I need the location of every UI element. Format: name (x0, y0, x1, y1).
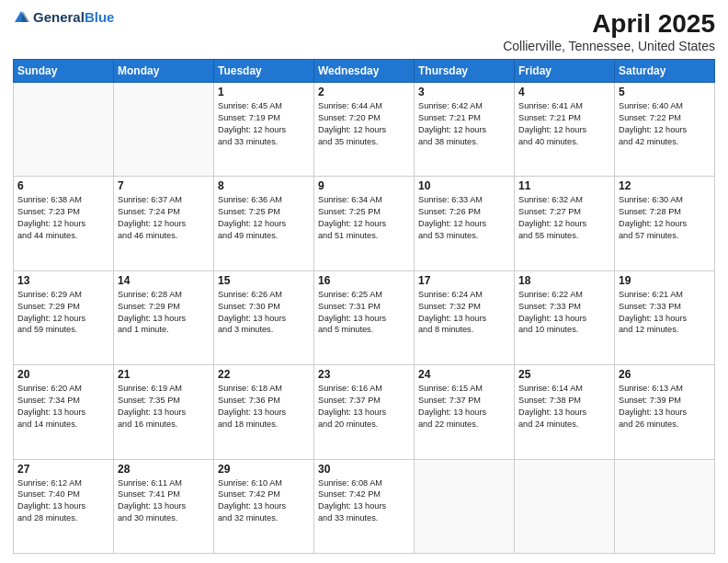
calendar-cell: 16Sunrise: 6:25 AM Sunset: 7:31 PM Dayli… (314, 270, 415, 364)
calendar-cell: 17Sunrise: 6:24 AM Sunset: 7:32 PM Dayli… (415, 270, 515, 364)
day-number: 11 (518, 179, 610, 192)
logo: GeneralBlue (13, 9, 114, 26)
calendar-week-2: 6Sunrise: 6:38 AM Sunset: 7:23 PM Daylig… (14, 177, 715, 270)
header: GeneralBlue April 2025 Collierville, Ten… (13, 9, 715, 53)
day-info: Sunrise: 6:14 AM Sunset: 7:38 PM Dayligh… (518, 383, 610, 431)
day-info: Sunrise: 6:10 AM Sunset: 7:42 PM Dayligh… (218, 477, 310, 525)
day-number: 7 (118, 179, 210, 192)
day-number: 28 (118, 463, 210, 476)
day-number: 25 (518, 368, 610, 381)
day-number: 14 (118, 274, 210, 287)
calendar-cell (615, 459, 715, 553)
day-info: Sunrise: 6:08 AM Sunset: 7:42 PM Dayligh… (318, 477, 410, 525)
calendar-cell: 15Sunrise: 6:26 AM Sunset: 7:30 PM Dayli… (214, 270, 314, 364)
day-info: Sunrise: 6:45 AM Sunset: 7:19 PM Dayligh… (218, 100, 310, 148)
calendar-cell: 29Sunrise: 6:10 AM Sunset: 7:42 PM Dayli… (214, 459, 314, 553)
day-info: Sunrise: 6:44 AM Sunset: 7:20 PM Dayligh… (318, 100, 410, 148)
day-number: 21 (118, 368, 210, 381)
calendar-cell: 13Sunrise: 6:29 AM Sunset: 7:29 PM Dayli… (14, 270, 114, 364)
day-number: 13 (17, 274, 109, 287)
col-sunday: Sunday (14, 60, 114, 83)
calendar-cell: 8Sunrise: 6:36 AM Sunset: 7:25 PM Daylig… (214, 177, 314, 270)
calendar-cell: 24Sunrise: 6:15 AM Sunset: 7:37 PM Dayli… (415, 365, 515, 459)
subtitle: Collierville, Tennessee, United States (503, 39, 715, 53)
calendar-cell: 21Sunrise: 6:19 AM Sunset: 7:35 PM Dayli… (114, 365, 214, 459)
day-info: Sunrise: 6:13 AM Sunset: 7:39 PM Dayligh… (619, 383, 711, 431)
day-info: Sunrise: 6:33 AM Sunset: 7:26 PM Dayligh… (418, 194, 510, 242)
calendar-table: Sunday Monday Tuesday Wednesday Thursday… (13, 59, 715, 554)
day-info: Sunrise: 6:36 AM Sunset: 7:25 PM Dayligh… (218, 194, 310, 242)
day-number: 16 (318, 274, 410, 287)
col-friday: Friday (515, 60, 615, 83)
day-number: 9 (318, 179, 410, 192)
col-tuesday: Tuesday (214, 60, 314, 83)
day-number: 23 (318, 368, 410, 381)
day-number: 6 (17, 179, 109, 192)
calendar-cell: 7Sunrise: 6:37 AM Sunset: 7:24 PM Daylig… (114, 177, 214, 270)
calendar-cell: 30Sunrise: 6:08 AM Sunset: 7:42 PM Dayli… (314, 459, 415, 553)
day-number: 10 (418, 179, 510, 192)
calendar-cell: 9Sunrise: 6:34 AM Sunset: 7:25 PM Daylig… (314, 177, 415, 270)
calendar-week-4: 20Sunrise: 6:20 AM Sunset: 7:34 PM Dayli… (14, 365, 715, 459)
day-info: Sunrise: 6:26 AM Sunset: 7:30 PM Dayligh… (218, 289, 310, 337)
day-info: Sunrise: 6:40 AM Sunset: 7:22 PM Dayligh… (619, 100, 711, 148)
day-info: Sunrise: 6:21 AM Sunset: 7:33 PM Dayligh… (619, 289, 711, 337)
col-monday: Monday (114, 60, 214, 83)
calendar-week-3: 13Sunrise: 6:29 AM Sunset: 7:29 PM Dayli… (14, 270, 715, 364)
calendar-cell: 10Sunrise: 6:33 AM Sunset: 7:26 PM Dayli… (415, 177, 515, 270)
calendar-week-5: 27Sunrise: 6:12 AM Sunset: 7:40 PM Dayli… (14, 459, 715, 553)
day-info: Sunrise: 6:28 AM Sunset: 7:29 PM Dayligh… (118, 289, 210, 337)
calendar-cell: 19Sunrise: 6:21 AM Sunset: 7:33 PM Dayli… (615, 270, 715, 364)
day-number: 17 (418, 274, 510, 287)
day-number: 2 (318, 86, 410, 98)
calendar-cell: 14Sunrise: 6:28 AM Sunset: 7:29 PM Dayli… (114, 270, 214, 364)
col-saturday: Saturday (615, 60, 715, 83)
calendar-cell: 2Sunrise: 6:44 AM Sunset: 7:20 PM Daylig… (314, 83, 415, 177)
day-info: Sunrise: 6:32 AM Sunset: 7:27 PM Dayligh… (518, 194, 610, 242)
calendar-cell: 26Sunrise: 6:13 AM Sunset: 7:39 PM Dayli… (615, 365, 715, 459)
day-number: 12 (619, 179, 711, 192)
day-number: 20 (17, 368, 109, 381)
title-block: April 2025 Collierville, Tennessee, Unit… (503, 9, 715, 53)
col-wednesday: Wednesday (314, 60, 415, 83)
calendar-cell: 20Sunrise: 6:20 AM Sunset: 7:34 PM Dayli… (14, 365, 114, 459)
day-info: Sunrise: 6:37 AM Sunset: 7:24 PM Dayligh… (118, 194, 210, 242)
logo-general: GeneralBlue (33, 10, 114, 26)
day-number: 8 (218, 179, 310, 192)
calendar-cell: 5Sunrise: 6:40 AM Sunset: 7:22 PM Daylig… (615, 83, 715, 177)
svg-marker-1 (21, 11, 29, 22)
day-info: Sunrise: 6:42 AM Sunset: 7:21 PM Dayligh… (418, 100, 510, 148)
calendar-cell: 28Sunrise: 6:11 AM Sunset: 7:41 PM Dayli… (114, 459, 214, 553)
day-number: 22 (218, 368, 310, 381)
calendar-cell: 3Sunrise: 6:42 AM Sunset: 7:21 PM Daylig… (415, 83, 515, 177)
day-info: Sunrise: 6:25 AM Sunset: 7:31 PM Dayligh… (318, 289, 410, 337)
day-info: Sunrise: 6:12 AM Sunset: 7:40 PM Dayligh… (17, 477, 109, 525)
day-info: Sunrise: 6:30 AM Sunset: 7:28 PM Dayligh… (619, 194, 711, 242)
day-number: 18 (518, 274, 610, 287)
calendar-cell (515, 459, 615, 553)
day-info: Sunrise: 6:20 AM Sunset: 7:34 PM Dayligh… (17, 383, 109, 431)
day-number: 26 (619, 368, 711, 381)
calendar-cell: 18Sunrise: 6:22 AM Sunset: 7:33 PM Dayli… (515, 270, 615, 364)
day-info: Sunrise: 6:29 AM Sunset: 7:29 PM Dayligh… (17, 289, 109, 337)
calendar-cell (114, 83, 214, 177)
day-info: Sunrise: 6:15 AM Sunset: 7:37 PM Dayligh… (418, 383, 510, 431)
day-number: 27 (17, 463, 109, 476)
calendar-cell (14, 83, 114, 177)
day-info: Sunrise: 6:19 AM Sunset: 7:35 PM Dayligh… (118, 383, 210, 431)
day-number: 30 (318, 463, 410, 476)
logo-icon (13, 9, 29, 26)
calendar-header-row: Sunday Monday Tuesday Wednesday Thursday… (14, 60, 715, 83)
calendar-cell (415, 459, 515, 553)
day-info: Sunrise: 6:41 AM Sunset: 7:21 PM Dayligh… (518, 100, 610, 148)
calendar-cell: 25Sunrise: 6:14 AM Sunset: 7:38 PM Dayli… (515, 365, 615, 459)
day-info: Sunrise: 6:18 AM Sunset: 7:36 PM Dayligh… (218, 383, 310, 431)
day-info: Sunrise: 6:16 AM Sunset: 7:37 PM Dayligh… (318, 383, 410, 431)
day-number: 3 (418, 86, 510, 98)
calendar-cell: 6Sunrise: 6:38 AM Sunset: 7:23 PM Daylig… (14, 177, 114, 270)
col-thursday: Thursday (415, 60, 515, 83)
day-info: Sunrise: 6:22 AM Sunset: 7:33 PM Dayligh… (518, 289, 610, 337)
main-title: April 2025 (503, 9, 715, 39)
calendar-cell: 12Sunrise: 6:30 AM Sunset: 7:28 PM Dayli… (615, 177, 715, 270)
day-info: Sunrise: 6:11 AM Sunset: 7:41 PM Dayligh… (118, 477, 210, 525)
